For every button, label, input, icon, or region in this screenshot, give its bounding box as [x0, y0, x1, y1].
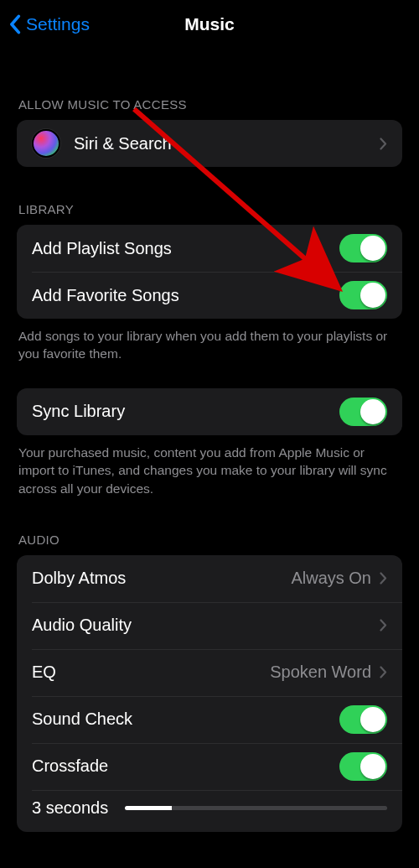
row-add-favorite-songs[interactable]: Add Favorite Songs [17, 272, 402, 319]
row-label: Sound Check [32, 709, 339, 729]
toggle-add-playlist[interactable] [339, 234, 387, 262]
row-audio-quality[interactable]: Audio Quality [17, 602, 402, 649]
group-sync: Sync Library [17, 388, 402, 435]
section-header-access: ALLOW MUSIC TO ACCESS [0, 97, 419, 120]
toggle-sync-library[interactable] [339, 398, 387, 426]
nav-bar: Settings Music [0, 0, 419, 49]
group-library-add: Add Playlist Songs Add Favorite Songs [17, 225, 402, 319]
row-add-playlist-songs[interactable]: Add Playlist Songs [17, 225, 402, 272]
row-label: Add Favorite Songs [32, 286, 339, 305]
chevron-right-icon [380, 572, 387, 585]
chevron-right-icon [380, 666, 387, 678]
row-sync-library[interactable]: Sync Library [17, 388, 402, 435]
group-audio: Dolby Atmos Always On Audio Quality EQ S… [17, 555, 402, 832]
row-dolby-atmos[interactable]: Dolby Atmos Always On [17, 555, 402, 602]
row-label: Crossfade [32, 756, 339, 776]
row-siri-search[interactable]: Siri & Search [17, 120, 402, 167]
crossfade-value-label: 3 seconds [32, 798, 108, 818]
row-label: Dolby Atmos [32, 569, 291, 588]
back-label: Settings [26, 14, 90, 34]
toggle-sound-check[interactable] [339, 705, 387, 734]
row-label: Audio Quality [32, 616, 380, 635]
row-label: Siri & Search [74, 134, 380, 153]
row-sound-check[interactable]: Sound Check [17, 696, 402, 743]
toggle-add-favorite[interactable] [339, 281, 387, 309]
siri-icon [32, 129, 60, 158]
row-crossfade[interactable]: Crossfade [17, 743, 402, 790]
row-label: Sync Library [32, 402, 339, 421]
chevron-right-icon [380, 138, 387, 150]
row-value: Spoken Word [270, 663, 371, 682]
chevron-right-icon [380, 619, 387, 632]
section-footer-sync: Your purchased music, content you add fr… [0, 435, 419, 497]
row-label: Add Playlist Songs [32, 239, 339, 258]
crossfade-slider[interactable] [125, 806, 387, 810]
section-header-library: LIBRARY [0, 202, 419, 225]
row-label: EQ [32, 663, 270, 682]
row-crossfade-time: 3 seconds [17, 790, 402, 832]
row-eq[interactable]: EQ Spoken Word [17, 649, 402, 696]
chevron-left-icon [8, 14, 21, 34]
group-access: Siri & Search [17, 120, 402, 167]
row-value: Always On [291, 569, 371, 588]
section-header-audio: AUDIO [0, 533, 419, 555]
section-footer-library: Add songs to your library when you add t… [0, 319, 419, 363]
toggle-crossfade[interactable] [339, 752, 387, 781]
back-button[interactable]: Settings [8, 14, 90, 34]
